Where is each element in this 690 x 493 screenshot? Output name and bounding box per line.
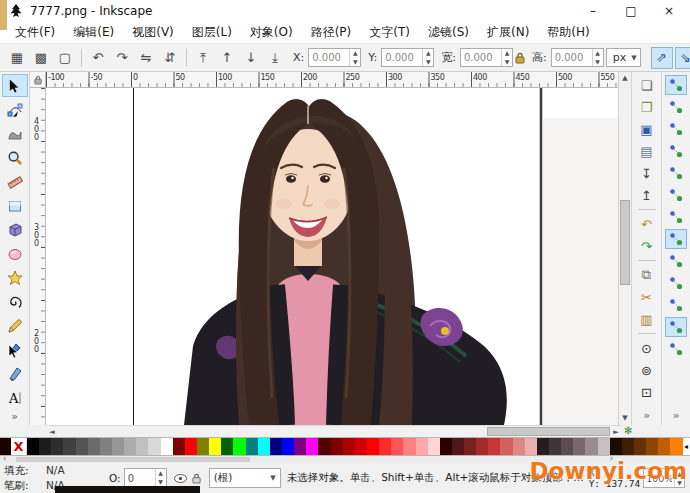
palette-swatch[interactable]: [391, 438, 403, 455]
palette-swatch[interactable]: [585, 438, 597, 455]
height-spinner[interactable]: ▲▼: [592, 49, 603, 66]
palette-swatch[interactable]: [646, 438, 658, 455]
width-input[interactable]: [461, 49, 501, 66]
palette-swatch[interactable]: [27, 438, 39, 455]
palette-swatch[interactable]: [185, 438, 197, 455]
measure-tool[interactable]: [2, 170, 28, 193]
height-input[interactable]: [552, 49, 592, 66]
palette-swatch[interactable]: [270, 438, 282, 455]
menu-item-0[interactable]: 文件(F): [6, 22, 64, 43]
palette-swatch[interactable]: [51, 438, 63, 455]
scroll-down-icon[interactable]: ▼: [619, 412, 631, 425]
palette-swatch[interactable]: [549, 438, 561, 455]
save-document-button[interactable]: ▣: [635, 119, 659, 139]
selector-tool[interactable]: [2, 74, 28, 97]
commands-overflow[interactable]: »: [643, 409, 650, 422]
canvas-vertical-scrollbar[interactable]: ▲ ▼: [618, 72, 631, 425]
snap-line-midpoints-button[interactable]: [665, 317, 687, 337]
palette-swatch[interactable]: [318, 438, 330, 455]
palette-swatch[interactable]: [100, 438, 112, 455]
palette-swatch[interactable]: [428, 438, 440, 455]
palette-swatch[interactable]: [294, 438, 306, 455]
canvas[interactable]: [46, 88, 618, 425]
palette-swatch[interactable]: [221, 438, 233, 455]
pencil-tool[interactable]: [2, 314, 28, 337]
box3d-tool[interactable]: [2, 218, 28, 241]
menu-item-8[interactable]: 扩展(N): [478, 22, 538, 43]
vertical-scroll-thumb[interactable]: [620, 200, 630, 285]
palette-swatch[interactable]: [39, 438, 51, 455]
palette-swatch[interactable]: [258, 438, 270, 455]
snap-bbox-midpoints-button[interactable]: [665, 163, 687, 183]
palette-swatch[interactable]: [246, 438, 258, 455]
select-all-button[interactable]: ▦: [6, 47, 28, 69]
palette-swatch[interactable]: [161, 438, 173, 455]
snap-path-intersections-button[interactable]: [665, 251, 687, 271]
snap-cusp-nodes-button[interactable]: [665, 273, 687, 293]
palette-scroll-thumb[interactable]: [16, 457, 250, 462]
palette-swatch[interactable]: [403, 438, 415, 455]
snap-indicator-icon[interactable]: ✻: [624, 425, 632, 436]
palette-swatch[interactable]: [670, 438, 682, 455]
layer-dropdown[interactable]: (根) ▼: [209, 468, 281, 488]
menu-item-4[interactable]: 对象(O): [241, 22, 302, 43]
snap-bbox-corners-button[interactable]: [665, 141, 687, 161]
palette-swatch[interactable]: [525, 438, 537, 455]
scale-corners-toggle[interactable]: ⇘: [675, 47, 690, 69]
palette-swatch[interactable]: [76, 438, 88, 455]
x-input[interactable]: [309, 49, 349, 66]
y-field[interactable]: ▲▼: [381, 48, 434, 67]
canvas-horizontal-scrollbar[interactable]: ◄ ►: [46, 425, 622, 437]
horizontal-ruler[interactable]: -100-50050100150200250300350400450500550: [46, 72, 618, 88]
y-spinner[interactable]: ▲▼: [422, 49, 433, 66]
palette-swatch[interactable]: [88, 438, 100, 455]
menu-item-6[interactable]: 文字(T): [360, 22, 419, 43]
palette-swatch[interactable]: [416, 438, 428, 455]
enable-snapping-button[interactable]: [665, 75, 687, 95]
new-document-button[interactable]: ❏: [635, 75, 659, 95]
snap-bbox-edges-button[interactable]: [665, 119, 687, 139]
export-image-button[interactable]: ↥: [635, 185, 659, 205]
menu-item-3[interactable]: 图层(L): [183, 22, 241, 43]
palette-swatch[interactable]: [209, 438, 221, 455]
tweak-tool[interactable]: [2, 122, 28, 145]
raise-to-top-button[interactable]: ⤒: [192, 47, 214, 69]
snap-overflow[interactable]: »: [673, 409, 680, 422]
text-tool[interactable]: A: [2, 386, 28, 409]
y-input[interactable]: [382, 49, 422, 66]
lower-to-bottom-button[interactable]: ⤓: [264, 47, 286, 69]
unit-dropdown[interactable]: px▼: [606, 48, 641, 67]
ellipse-tool[interactable]: [2, 242, 28, 265]
redo-button[interactable]: ↷: [635, 236, 659, 256]
x-spinner[interactable]: ▲▼: [349, 49, 360, 66]
zoom-tool[interactable]: [2, 146, 28, 169]
palette-scroll-left-icon[interactable]: ‹: [3, 454, 6, 463]
palette-swatch[interactable]: [634, 438, 646, 455]
lower-button[interactable]: ↓: [240, 47, 262, 69]
zoom-to-drawing-button[interactable]: ⊚: [635, 360, 659, 380]
palette-swatch[interactable]: [136, 438, 148, 455]
palette-swatch-partial[interactable]: [0, 438, 11, 455]
zoom-to-selection-button[interactable]: ⊙: [635, 338, 659, 358]
x-field[interactable]: ▲▼: [308, 48, 361, 67]
calligraphy-tool[interactable]: [2, 362, 28, 385]
flip-horizontal-button[interactable]: ⇋: [135, 47, 157, 69]
rotate-cw-button[interactable]: ↷: [111, 47, 133, 69]
palette-swatch[interactable]: [513, 438, 525, 455]
vertical-ruler[interactable]: 400300200: [30, 88, 46, 425]
palette-swatch[interactable]: [367, 438, 379, 455]
node-tool[interactable]: [2, 98, 28, 121]
palette-swatch[interactable]: [476, 438, 488, 455]
print-document-button[interactable]: ▤: [635, 141, 659, 161]
snap-others-button[interactable]: [665, 339, 687, 359]
palette-swatch[interactable]: [148, 438, 160, 455]
menu-item-9[interactable]: 帮助(H): [538, 22, 598, 43]
palette-swatch[interactable]: [197, 438, 209, 455]
palette-swatch[interactable]: [440, 438, 452, 455]
select-all-layers-button[interactable]: ▩: [30, 47, 52, 69]
palette-swatch[interactable]: [488, 438, 500, 455]
palette-more-icon[interactable]: ◂: [683, 438, 690, 455]
undo-button[interactable]: ↶: [635, 214, 659, 234]
raise-button[interactable]: ↑: [216, 47, 238, 69]
menu-item-7[interactable]: 滤镜(S): [419, 22, 478, 43]
